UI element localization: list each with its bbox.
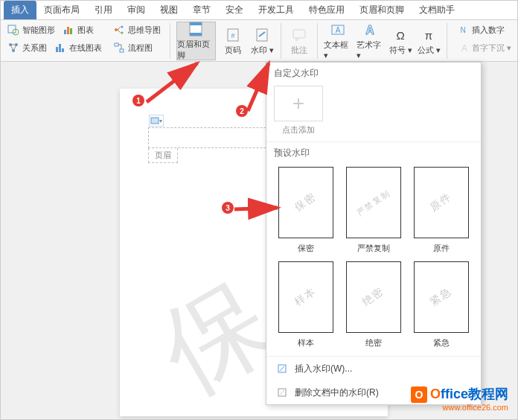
btn-mindmap[interactable]: 思维导图 (109, 22, 164, 38)
brand-icon: O (411, 386, 427, 403)
tab-developer[interactable]: 开发工具 (251, 1, 301, 19)
chart-icon (62, 23, 75, 36)
header-label: 页眉 (148, 148, 178, 163)
page-number-icon: # (225, 27, 241, 43)
label: 删除文档中的水印(R) (295, 386, 379, 399)
label: 样本 (277, 337, 334, 349)
tab-sections[interactable]: 章节 (185, 1, 218, 19)
btn-symbol[interactable]: Ω 符号 ▾ (388, 22, 412, 60)
btn-relation[interactable]: 关系图在线图表 (4, 39, 105, 56)
label: 思维导图 (128, 25, 161, 36)
label: 公式 ▾ (418, 45, 441, 56)
branding: OOffice教程网 www.office26.com (411, 385, 508, 412)
btn-wordart[interactable]: A 艺术字 ▾ (356, 22, 385, 60)
label: 关系图 (22, 42, 47, 54)
label: 符号 ▾ (389, 45, 412, 56)
tab-header-footer[interactable]: 页眉和页脚 (352, 1, 412, 19)
header-options-icon[interactable]: ▾ (149, 115, 164, 127)
symbol-icon: Ω (392, 27, 409, 43)
separator (281, 23, 281, 59)
watermark-icon (254, 27, 270, 43)
svg-text:A: A (366, 24, 375, 36)
svg-rect-9 (59, 44, 61, 52)
btn-header-footer[interactable]: 页眉和页脚 (176, 22, 216, 60)
label: 插入数字 (472, 25, 505, 36)
remove-watermark-icon (275, 386, 289, 399)
tab-review[interactable]: 审阅 (120, 1, 153, 19)
header-footer-icon (188, 21, 204, 37)
btn-smartart[interactable]: 智能图形图表 (4, 22, 105, 38)
tab-doc-assistant[interactable]: 文档助手 (412, 1, 462, 19)
textbox-icon: A (330, 22, 346, 38)
svg-rect-15 (120, 49, 124, 52)
ribbon: 智能图形图表 关系图在线图表 思维导图 流程图 页眉和页脚 # 页码 水印 ▾ … (1, 20, 517, 62)
add-label: 点击添加 (274, 124, 323, 136)
tab-insert[interactable]: 插入 (4, 1, 36, 19)
svg-rect-2 (64, 30, 66, 34)
label: 图表 (77, 25, 94, 36)
tab-view[interactable]: 视图 (153, 1, 185, 19)
tab-security[interactable]: 安全 (218, 1, 251, 19)
label: 艺术字 ▾ (356, 39, 385, 60)
svg-text:#: # (231, 32, 234, 39)
custom-watermark-title: 自定义水印 (266, 63, 481, 83)
mindmap-icon (112, 23, 126, 36)
number-icon: N (456, 23, 470, 36)
tab-special[interactable]: 特色应用 (301, 1, 352, 19)
menu-insert-watermark[interactable]: 插入水印(W)... (266, 357, 481, 381)
svg-text:Ω: Ω (397, 29, 405, 42)
preset-no-copy[interactable]: 严禁复制严禁复制 (345, 167, 402, 254)
btn-insert-number[interactable]: N插入数字 (453, 22, 514, 38)
label: 紧急 (413, 337, 470, 349)
relation-icon (7, 41, 20, 54)
preset-urgent[interactable]: 紧急紧急 (413, 261, 470, 349)
online-chart-icon (54, 41, 67, 54)
preset-grid: 保密保密 严禁复制严禁复制 原件原件 样本样本 绝密绝密 紧急紧急 (266, 162, 481, 356)
svg-point-11 (115, 28, 118, 31)
btn-page-number[interactable]: # 页码 (220, 22, 246, 60)
btn-dropcap[interactable]: A首字下沉 ▾ (453, 39, 514, 56)
add-watermark[interactable]: + 点击添加 (274, 86, 323, 136)
btn-textbox[interactable]: A 文本框 ▾ (324, 22, 352, 60)
tab-page-layout[interactable]: 页面布局 (36, 1, 87, 19)
label: 在线图表 (69, 42, 102, 54)
flowchart-icon (112, 41, 126, 54)
wordart-icon: A (362, 22, 378, 38)
btn-formula[interactable]: π 公式 ▾ (417, 22, 441, 60)
svg-rect-30 (151, 118, 159, 124)
brand-url: www.office26.com (411, 403, 508, 412)
tab-references[interactable]: 引用 (87, 1, 120, 19)
label: 批注 (291, 45, 307, 56)
separator (447, 23, 447, 59)
step-badge-2: 2 (236, 105, 248, 117)
comment-icon (291, 27, 307, 43)
label: 保密 (277, 243, 334, 254)
step-badge-1: 1 (132, 95, 144, 106)
dropcap-icon: A (456, 41, 470, 54)
label: 绝密 (345, 337, 402, 349)
btn-flowchart[interactable]: 流程图 (109, 39, 164, 56)
step-badge-3: 3 (222, 202, 234, 214)
separator (170, 23, 170, 59)
formula-icon: π (421, 27, 437, 43)
label: 页码 (225, 45, 241, 56)
smartart-icon (7, 23, 20, 36)
label: 首字下沉 (472, 42, 505, 54)
preset-top-secret[interactable]: 绝密绝密 (345, 261, 402, 349)
svg-rect-17 (190, 22, 202, 25)
preset-original[interactable]: 原件原件 (413, 167, 470, 254)
tab-bar: 插入 页面布局 引用 审阅 视图 章节 安全 开发工具 特色应用 页眉和页脚 文… (1, 1, 517, 20)
preset-confidential[interactable]: 保密保密 (277, 167, 334, 254)
insert-watermark-icon (275, 362, 289, 375)
label: 插入水印(W)... (295, 363, 352, 375)
btn-annotation[interactable]: 批注 (287, 22, 311, 60)
label: 智能图形 (22, 25, 55, 36)
svg-rect-4 (70, 28, 72, 34)
svg-rect-18 (190, 33, 202, 36)
label: 原件 (413, 243, 470, 254)
btn-watermark[interactable]: 水印 ▾ (249, 22, 275, 60)
svg-rect-10 (62, 48, 64, 52)
label: 流程图 (128, 42, 153, 54)
svg-point-12 (121, 26, 124, 28)
preset-sample[interactable]: 样本样本 (277, 261, 334, 349)
